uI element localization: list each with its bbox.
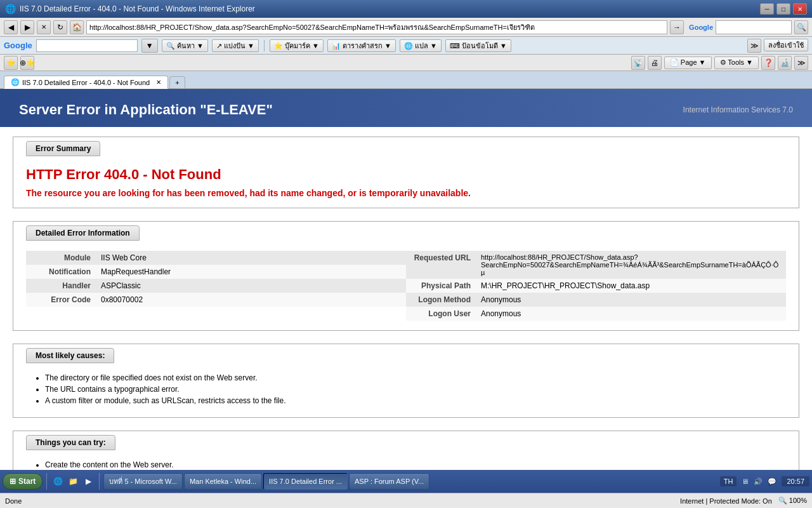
logon-method-label: Logon Method	[406, 293, 476, 307]
causes-tab: Most likely causes:	[26, 348, 114, 363]
physical-path-value: M:\HR_PROJECT\HR_PROJECT\Show_data.asp	[476, 279, 786, 293]
detail-left: Module IIS Web Core Notification MapRequ…	[26, 251, 406, 321]
address-input[interactable]	[86, 20, 667, 34]
google-toolbar: Google ▼ 🔍 ค้นหา ▼ ↗ แบ่งปัน ▼ ⭐ บุ๊คมาร…	[0, 37, 812, 55]
detail-grid: Module IIS Web Core Notification MapRequ…	[26, 251, 786, 321]
ie-research-btn[interactable]: 🔬	[778, 56, 792, 70]
module-label: Module	[26, 251, 96, 265]
google-logo: Google	[4, 41, 32, 50]
table-row: Logon Method Anonymous	[406, 293, 786, 307]
module-value: IIS Web Core	[96, 251, 406, 265]
ie-rss-btn[interactable]: 📡	[631, 56, 645, 70]
ie-toolbar-right: 📡 🖨 📄 Page ▼ ⚙ Tools ▼ ❓ 🔬 ≫	[631, 56, 808, 70]
new-tab-button[interactable]: +	[169, 76, 185, 88]
title-bar-left: 🌐 IIS 7.0 Detailed Error - 404.0 - Not F…	[5, 4, 255, 14]
error-page: Server Error in Application "E-LEAVE" In…	[0, 89, 812, 470]
detailed-error-section: Detailed Error Information Module IIS We…	[13, 221, 799, 331]
toolbar-divider-1	[264, 40, 265, 51]
google-toolbar-find[interactable]: 🔍 ค้นหา ▼	[162, 39, 208, 52]
error-summary-header-row: Error Summary	[13, 137, 799, 157]
tab-icon: 🌐	[11, 78, 20, 86]
error-title: HTTP Error 404.0 - Not Found	[26, 166, 786, 183]
most-likely-causes-section: Most likely causes: The directory or fil…	[13, 344, 799, 418]
things-header-row: Things you can try:	[13, 431, 799, 451]
address-bar: ◀ ▶ ✕ ↻ 🏠 → Google 🔍	[0, 18, 812, 37]
error-header: Server Error in Application "E-LEAVE" In…	[0, 89, 812, 127]
refresh-button[interactable]: ↻	[53, 20, 67, 34]
forward-button[interactable]: ▶	[20, 20, 34, 34]
google-signin[interactable]: ลงชื่อเข้าใช้	[764, 39, 808, 51]
minimize-button[interactable]: ─	[760, 3, 774, 15]
browser-content: Server Error in Application "E-LEAVE" In…	[0, 89, 812, 470]
google-toolbar-more[interactable]: ≫	[747, 39, 761, 53]
table-row: Notification MapRequestHandler	[26, 265, 406, 279]
window-title: IIS 7.0 Detailed Error - 404.0 - Not Fou…	[20, 4, 255, 13]
search-input[interactable]	[716, 20, 792, 34]
search-button[interactable]: 🔍	[794, 20, 808, 34]
things-section: Things you can try: Create the content o…	[13, 431, 799, 470]
requested-url-value: http://localhost:88/HR_PROJECT/Show_data…	[476, 251, 786, 279]
maximize-button[interactable]: □	[776, 3, 790, 15]
notification-label: Notification	[26, 265, 96, 279]
error-body: Error Summary HTTP Error 404.0 - Not Fou…	[0, 127, 812, 470]
requested-url-label: Requested URL	[406, 251, 476, 279]
logon-user-value: Anonymous	[476, 307, 786, 321]
google-search-input[interactable]	[36, 39, 138, 52]
error-summary-content: HTTP Error 404.0 - Not Found The resourc…	[13, 157, 799, 208]
tab-label: IIS 7.0 Detailed Error - 404.0 - Not Fou…	[22, 79, 150, 86]
back-button[interactable]: ◀	[4, 20, 18, 34]
handler-label: Handler	[26, 279, 96, 293]
detail-right-table: Requested URL http://localhost:88/HR_PRO…	[406, 251, 786, 321]
google-toolbar-bookmark[interactable]: ⭐ บุ๊คมาร์ค ▼	[270, 39, 324, 52]
error-code-label: Error Code	[26, 293, 96, 307]
ie-add-favorites[interactable]: ⊕⭐	[20, 56, 34, 70]
causes-content: The directory or file specified does not…	[13, 364, 799, 417]
content-scroll[interactable]: Server Error in Application "E-LEAVE" In…	[0, 89, 812, 470]
window-controls: ─ □ ✕	[760, 3, 807, 15]
error-summary-tab: Error Summary	[26, 141, 100, 156]
logon-method-value: Anonymous	[476, 293, 786, 307]
google-search-button[interactable]: ▼	[141, 39, 158, 53]
list-item: Create the content on the Web server.	[45, 460, 786, 469]
error-description: The resource you are looking for has bee…	[26, 188, 786, 198]
table-row: Handler ASPClassic	[26, 279, 406, 293]
things-tab: Things you can try:	[26, 435, 115, 450]
search-engine-label: Google	[689, 23, 713, 31]
list-item: The URL contains a typographical error.	[45, 385, 786, 394]
detailed-error-header-row: Detailed Error Information	[13, 222, 799, 241]
table-row: Logon User Anonymous	[406, 307, 786, 321]
detailed-error-tab: Detailed Error Information	[26, 225, 140, 241]
table-row: Requested URL http://localhost:88/HR_PRO…	[406, 251, 786, 279]
ie-extra-btn[interactable]: ≫	[794, 56, 808, 70]
ie-icon: 🌐	[5, 4, 16, 14]
detail-left-table: Module IIS Web Core Notification MapRequ…	[26, 251, 406, 307]
ie-help-btn[interactable]: ❓	[761, 56, 775, 70]
google-toolbar-table[interactable]: 📊 ตารางคำสรก ▼	[327, 39, 396, 52]
error-code-value: 0x80070002	[96, 293, 406, 307]
google-toolbar-translate[interactable]: 🌐 แปล ▼	[400, 39, 442, 52]
notification-value: MapRequestHandler	[96, 265, 406, 279]
error-summary-section: Error Summary HTTP Error 404.0 - Not Fou…	[13, 137, 799, 208]
tab-iis-error[interactable]: 🌐 IIS 7.0 Detailed Error - 404.0 - Not F…	[4, 76, 168, 89]
causes-header-row: Most likely causes:	[13, 344, 799, 364]
list-item: A custom filter or module, such as URLSc…	[45, 396, 786, 405]
ie-page-btn[interactable]: 📄 Page ▼	[664, 57, 712, 69]
table-row: Module IIS Web Core	[26, 251, 406, 265]
ie-print-btn[interactable]: 🖨	[648, 56, 662, 70]
close-button[interactable]: ✕	[793, 3, 807, 15]
stop-button[interactable]: ✕	[37, 20, 51, 34]
tab-bar: 🌐 IIS 7.0 Detailed Error - 404.0 - Not F…	[0, 71, 812, 89]
causes-list: The directory or file specified does not…	[26, 373, 786, 405]
detail-right: Requested URL http://localhost:88/HR_PRO…	[406, 251, 786, 321]
google-toolbar-input[interactable]: ⌨ ป้อนข้อโมดี ▼	[445, 39, 511, 52]
things-list: Create the content on the Web server. Re…	[26, 460, 786, 470]
table-row: Physical Path M:\HR_PROJECT\HR_PROJECT\S…	[406, 279, 786, 293]
tab-close-icon[interactable]: ✕	[156, 79, 161, 86]
detailed-error-content: Module IIS Web Core Notification MapRequ…	[13, 241, 799, 330]
google-toolbar-share[interactable]: ↗ แบ่งปัน ▼	[212, 39, 259, 52]
ie-tools-btn[interactable]: ⚙ Tools ▼	[714, 57, 759, 69]
ie-favorites-star[interactable]: ⭐	[4, 56, 18, 70]
ie-nav-buttons: ⭐ ⊕⭐	[4, 56, 34, 70]
home-button[interactable]: 🏠	[70, 20, 84, 34]
go-button[interactable]: →	[670, 20, 684, 34]
